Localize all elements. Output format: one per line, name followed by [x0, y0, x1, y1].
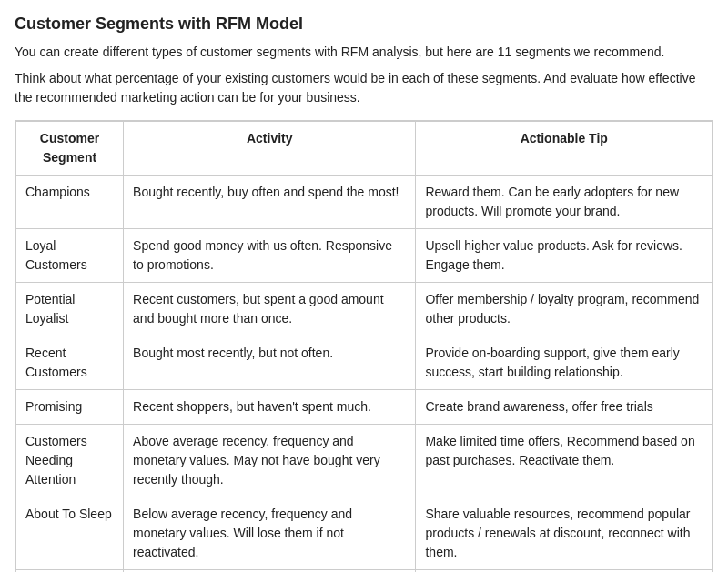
- cell-activity: Recent shoppers, but haven't spent much.: [124, 390, 416, 425]
- table-header-row: Customer Segment Activity Actionable Tip: [16, 122, 713, 176]
- cell-activity: Bought recently, buy often and spend the…: [124, 176, 416, 229]
- table-row: Potential LoyalistRecent customers, but …: [16, 283, 713, 336]
- cell-segment: Potential Loyalist: [16, 283, 124, 336]
- cell-tip: Provide on-boarding support, give them e…: [416, 336, 713, 390]
- cell-activity: Below average recency, frequency and mon…: [124, 497, 416, 570]
- table-row: PromisingRecent shoppers, but haven't sp…: [16, 390, 713, 425]
- cell-activity: Above average recency, frequency and mon…: [124, 425, 416, 497]
- header-tip: Actionable Tip: [416, 122, 713, 176]
- cell-tip: Share valuable resources, recommend popu…: [416, 497, 713, 570]
- cell-activity: Bought most recently, but not often.: [124, 336, 416, 390]
- cell-tip: Reward them. Can be early adopters for n…: [416, 176, 713, 229]
- table-row: Recent CustomersBought most recently, bu…: [16, 336, 713, 390]
- intro-paragraph-2: Think about what percentage of your exis…: [15, 69, 713, 107]
- cell-tip: Make limited time offers, Recommend base…: [416, 425, 713, 497]
- cell-segment: Customers Needing Attention: [16, 425, 124, 497]
- cell-tip: Create brand awareness, offer free trial…: [416, 390, 713, 425]
- rfm-table: Customer Segment Activity Actionable Tip…: [15, 121, 713, 572]
- cell-segment: About To Sleep: [16, 497, 124, 570]
- rfm-table-container: Customer Segment Activity Actionable Tip…: [15, 120, 713, 572]
- cell-segment: Loyal Customers: [16, 229, 124, 283]
- cell-segment: Promising: [16, 390, 124, 425]
- table-row: About To SleepBelow average recency, fre…: [16, 497, 713, 570]
- cell-segment: Champions: [16, 176, 124, 229]
- table-row: Loyal CustomersSpend good money with us …: [16, 229, 713, 283]
- table-row: ChampionsBought recently, buy often and …: [16, 176, 713, 229]
- cell-segment: Recent Customers: [16, 336, 124, 390]
- table-row: Customers Needing AttentionAbove average…: [16, 425, 713, 497]
- cell-activity: Recent customers, but spent a good amoun…: [124, 283, 416, 336]
- intro-paragraph-1: You can create different types of custom…: [15, 43, 713, 62]
- cell-tip: Upsell higher value products. Ask for re…: [416, 229, 713, 283]
- header-segment: Customer Segment: [16, 122, 124, 176]
- cell-tip: Offer membership / loyalty program, reco…: [416, 283, 713, 336]
- page-title: Customer Segments with RFM Model: [15, 15, 713, 34]
- cell-activity: Spend good money with us often. Responsi…: [124, 229, 416, 283]
- header-activity: Activity: [124, 122, 416, 176]
